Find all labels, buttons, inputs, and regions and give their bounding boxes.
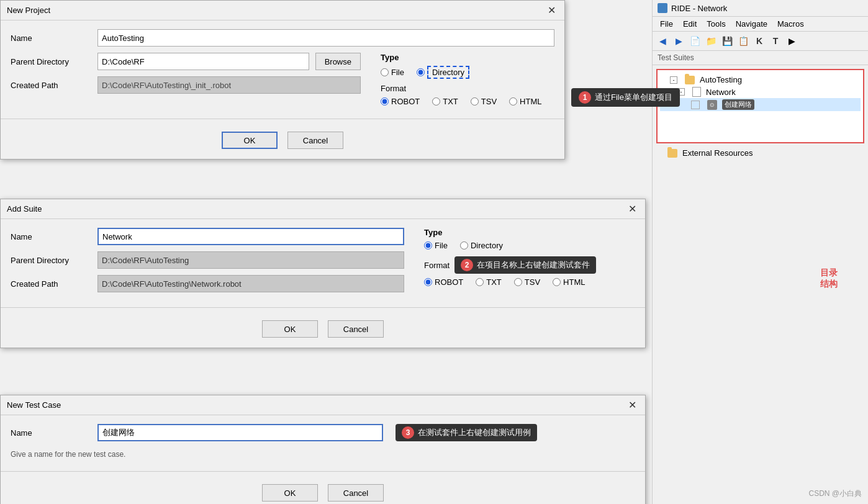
robot-icon-creating: ⊙	[707, 100, 717, 110]
new-project-type-label: Type	[381, 53, 554, 62]
new-testcase-name-label: Name	[11, 428, 91, 438]
tree-label-network: Network	[706, 88, 736, 97]
new-testcase-ok-button[interactable]: OK	[262, 484, 318, 502]
test-suites-label: Test Suites	[653, 51, 868, 65]
callout-1-text: 通过File菜单创建项目	[595, 92, 672, 103]
toolbar-new-button[interactable]: 📄	[687, 34, 702, 48]
menu-navigate[interactable]: Navigate	[731, 18, 772, 30]
add-suite-ok-button[interactable]: OK	[262, 320, 318, 338]
new-project-type-directory[interactable]: Directory	[417, 66, 469, 79]
external-resources-item[interactable]: External Resources	[653, 147, 868, 159]
add-suite-close-button[interactable]: ✕	[626, 203, 639, 215]
file-icon-network	[692, 87, 701, 97]
new-project-dialog: New Project ✕ Name Parent Directory Brow…	[0, 0, 565, 160]
new-project-format-label: Format	[381, 84, 554, 93]
new-testcase-title: New Test Case	[7, 400, 61, 410]
new-project-ok-button[interactable]: OK	[222, 132, 278, 149]
tree-item-creating[interactable]: ⊙ 创建网络	[660, 98, 861, 111]
new-testcase-cancel-button[interactable]: Cancel	[328, 484, 384, 502]
new-testcase-dialog: New Test Case ✕ Name 3 在测试套件上右键创建测试用例 Gi…	[0, 395, 646, 504]
add-suite-type-directory[interactable]: Directory	[460, 241, 503, 250]
ride-panel: RIDE - Network File Edit Tools Navigate …	[652, 0, 868, 504]
callout-3-number: 3	[402, 426, 414, 439]
tree-item-network[interactable]: - Network	[660, 86, 861, 98]
menu-tools[interactable]: Tools	[702, 18, 730, 30]
callout-2-number: 2	[461, 259, 473, 271]
callout-3-text: 在测试套件上右键创建测试用例	[418, 427, 531, 438]
new-project-createdpath-label: Created Path	[11, 81, 91, 90]
add-suite-name-label: Name	[11, 232, 91, 241]
ride-title: RIDE - Network	[671, 4, 727, 13]
add-suite-type-file[interactable]: File	[424, 241, 448, 250]
new-project-browse-button[interactable]: Browse	[315, 53, 361, 70]
new-project-format-html[interactable]: HTML	[509, 97, 541, 106]
csdn-watermark: CSDN @小白典	[808, 488, 862, 499]
add-suite-format-robot[interactable]: ROBOT	[424, 277, 463, 287]
new-testcase-hint: Give a name for the new test case.	[11, 448, 635, 462]
new-project-close-button[interactable]: ✕	[545, 4, 558, 16]
new-testcase-close-button[interactable]: ✕	[626, 399, 639, 411]
add-suite-parentdir-input	[97, 251, 404, 269]
menu-edit[interactable]: Edit	[678, 18, 702, 30]
new-project-name-input[interactable]	[97, 29, 554, 47]
add-suite-createdpath-label: Created Path	[11, 279, 91, 289]
add-suite-parentdir-label: Parent Directory	[11, 256, 91, 265]
new-project-format-robot[interactable]: ROBOT	[381, 97, 420, 106]
new-project-cancel-button[interactable]: Cancel	[287, 132, 343, 149]
add-suite-type-label: Type	[424, 228, 635, 237]
toolbar: ◀ ▶ 📄 📁 💾 📋 K T ▶	[653, 32, 868, 51]
new-testcase-name-input[interactable]	[97, 424, 383, 441]
menu-bar: File Edit Tools Navigate Macros	[653, 17, 868, 32]
add-suite-createdpath-input	[97, 275, 404, 292]
add-suite-title: Add Suite	[7, 204, 42, 214]
add-suite-dialog: Add Suite ✕ Name Parent Directory Create…	[0, 199, 646, 348]
new-project-parentdir-input[interactable]	[97, 53, 309, 70]
toolbar-k-button[interactable]: K	[752, 34, 767, 48]
toolbar-save-button[interactable]: 💾	[720, 34, 735, 48]
new-project-title: New Project	[7, 6, 50, 15]
new-project-type-file[interactable]: File	[381, 68, 404, 77]
add-suite-cancel-button[interactable]: Cancel	[328, 320, 384, 338]
toolbar-arrow-button[interactable]: ▶	[784, 34, 799, 48]
toolbar-open-button[interactable]: 📁	[703, 34, 718, 48]
tree-label-creating: 创建网络	[722, 99, 754, 110]
new-project-createdpath-input	[97, 76, 361, 94]
add-suite-format-txt[interactable]: TXT	[476, 277, 502, 287]
tree-expand-autotesting[interactable]: -	[670, 76, 677, 84]
new-project-parentdir-label: Parent Directory	[11, 57, 91, 66]
add-suite-format-tsv[interactable]: TSV	[514, 277, 540, 287]
menu-macros[interactable]: Macros	[772, 18, 809, 30]
test-suites-tree: - AutoTesting - Network ⊙ 创建网络	[656, 69, 864, 143]
toolbar-back-button[interactable]: ◀	[655, 34, 670, 48]
new-project-name-label: Name	[11, 34, 91, 43]
external-resources-icon	[667, 149, 677, 158]
toolbar-t-button[interactable]: T	[768, 34, 783, 48]
tree-item-autotesting[interactable]: - AutoTesting	[660, 74, 861, 86]
callout-2-text: 在项目名称上右键创建测试套件	[477, 259, 590, 271]
toolbar-copy-button[interactable]: 📋	[736, 34, 751, 48]
annotation-dir-structure: 目录 结构	[820, 267, 838, 289]
new-project-format-txt[interactable]: TXT	[432, 97, 458, 106]
toolbar-forward-button[interactable]: ▶	[671, 34, 686, 48]
add-suite-format-html[interactable]: HTML	[553, 277, 585, 287]
add-suite-format-label: Format	[424, 261, 450, 270]
add-suite-name-input[interactable]	[97, 228, 404, 245]
ride-app-icon	[658, 3, 667, 13]
tree-label-autotesting: AutoTesting	[700, 75, 742, 84]
external-resources-label: External Resources	[682, 148, 753, 158]
callout-1-number: 1	[579, 91, 591, 104]
folder-icon-autotesting	[685, 76, 695, 84]
new-project-format-tsv[interactable]: TSV	[471, 97, 497, 106]
menu-file[interactable]: File	[655, 18, 678, 30]
